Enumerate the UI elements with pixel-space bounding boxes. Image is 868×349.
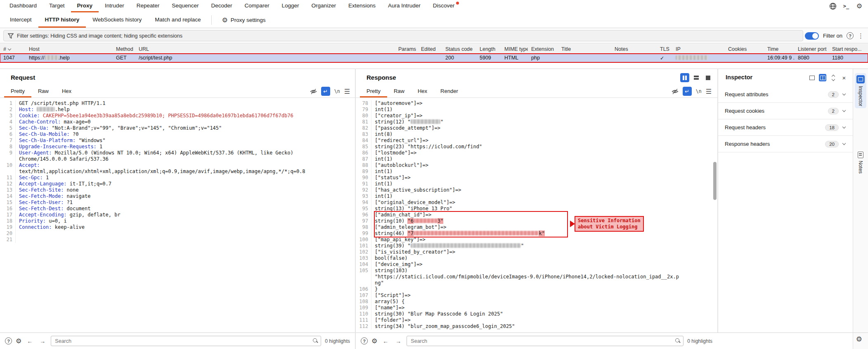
editor-menu-icon[interactable]: ☰ <box>344 88 350 95</box>
column-params[interactable]: Params <box>395 43 418 53</box>
filter-toggle[interactable] <box>805 32 819 40</box>
newline-icon[interactable]: \n <box>334 88 340 94</box>
top-tab-discover[interactable]: Discover <box>427 0 461 12</box>
column-ip[interactable]: IP <box>672 43 725 53</box>
proxy-subtab-intercept[interactable]: Intercept <box>3 12 38 28</box>
close-icon[interactable]: × <box>840 74 848 81</box>
column-notes[interactable]: Notes <box>611 43 657 53</box>
section-label: Request cookies <box>725 108 824 114</box>
code-text: string(10) "63" <box>371 218 443 224</box>
column-edited[interactable]: Edited <box>418 43 442 53</box>
top-tab-dashboard[interactable]: Dashboard <box>3 0 43 12</box>
search-input[interactable] <box>51 336 321 346</box>
response-editor[interactable]: Sensitive Information about Victim Loggi… <box>356 98 717 332</box>
inspector-section-request-attributes[interactable]: Request attributes2 <box>718 86 853 103</box>
word-wrap-button[interactable]: ↵ <box>683 87 692 96</box>
collapse-all-icon[interactable] <box>830 74 837 81</box>
column-host[interactable]: Host <box>26 43 113 53</box>
code-span: ["Script"]=> <box>375 292 411 298</box>
overflow-menu-icon[interactable]: ⋮ <box>858 32 864 40</box>
newline-icon[interactable]: \n <box>696 88 702 94</box>
request-tab-pretty[interactable]: Pretty <box>4 85 31 97</box>
code-span: Sec-Ch-Ua-Mobile: <box>19 131 70 137</box>
layout-columns-button[interactable] <box>680 73 689 82</box>
cell-title <box>558 54 611 62</box>
code-span: Cookie: <box>19 113 40 119</box>
column-length[interactable]: Length <box>476 43 501 53</box>
terminal-icon[interactable]: >_ <box>842 2 850 10</box>
column-start-respo-[interactable]: Start respo... <box>829 43 863 53</box>
split-view-icon[interactable] <box>819 74 826 81</box>
column-title[interactable]: Title <box>558 43 611 53</box>
column--[interactable]: # <box>0 43 26 53</box>
side-tab-inspector[interactable]: Inspector <box>855 73 866 108</box>
side-tab-notes[interactable]: Notes <box>855 150 866 176</box>
proxy-subtab-http-history[interactable]: HTTP history <box>38 12 86 28</box>
word-wrap-button[interactable]: ↵ <box>321 87 330 96</box>
column-method[interactable]: Method <box>113 43 135 53</box>
response-tab-raw[interactable]: Raw <box>387 85 411 97</box>
code-text: array(5) { <box>371 299 404 305</box>
proxy-subtab-websockets-history[interactable]: WebSockets history <box>86 12 148 28</box>
layout-single-button[interactable] <box>703 73 712 82</box>
top-tab-extensions[interactable]: Extensions <box>342 0 382 12</box>
response-tab-pretty[interactable]: Pretty <box>360 85 387 97</box>
filter-settings-bar[interactable]: Filter settings: Hiding CSS and image co… <box>3 30 803 41</box>
column-url[interactable]: URL <box>135 43 395 53</box>
settings-gear-icon[interactable]: ⚙ <box>856 2 863 10</box>
hide-icon[interactable] <box>310 88 317 95</box>
top-tab-aura-intruder[interactable]: Aura Intruder <box>382 0 427 12</box>
inspector-section-request-headers[interactable]: Request headers18 <box>718 119 853 136</box>
top-tab-comparer[interactable]: Comparer <box>239 0 276 12</box>
prev-match-button[interactable]: ← <box>381 337 390 346</box>
column-cookies[interactable]: Cookies <box>725 43 764 53</box>
code-text: ng" <box>371 280 384 286</box>
top-tab-proxy[interactable]: Proxy <box>71 0 99 12</box>
prev-match-button[interactable]: ← <box>25 337 34 346</box>
editor-menu-icon[interactable]: ☰ <box>706 88 712 95</box>
globe-icon[interactable] <box>829 2 837 10</box>
line-number: 80 <box>356 113 371 119</box>
code-span: ["has_active_subscription"]=> <box>375 187 461 193</box>
top-tab-organizer[interactable]: Organizer <box>305 0 342 12</box>
dock-icon[interactable] <box>808 74 816 81</box>
response-tab-render[interactable]: Render <box>434 85 465 97</box>
search-input[interactable] <box>407 336 684 346</box>
layout-rows-button[interactable] <box>692 73 701 82</box>
search-help-icon[interactable]: ? <box>361 337 368 344</box>
request-editor[interactable]: 1GET /script/test.php HTTP/1.12Host: .he… <box>0 98 355 332</box>
column-time[interactable]: Time <box>764 43 795 53</box>
next-match-button[interactable]: → <box>394 337 403 346</box>
next-match-button[interactable]: → <box>38 337 47 346</box>
response-scrollbar[interactable] <box>713 162 717 200</box>
hide-icon[interactable] <box>672 88 679 95</box>
request-tab-raw[interactable]: Raw <box>31 85 55 97</box>
column-listener-port[interactable]: Listener port <box>795 43 829 53</box>
proxy-subtab-match-and-replace[interactable]: Match and replace <box>148 12 207 28</box>
column-label: Start respo... <box>832 46 862 52</box>
settings-gear-icon[interactable]: ⚙ <box>856 336 862 343</box>
top-tab-logger[interactable]: Logger <box>276 0 305 12</box>
column-mime-type[interactable]: MIME type <box>501 43 528 53</box>
code-text: ["creator_ip"]=> <box>371 113 423 119</box>
column-tls[interactable]: TLS <box>657 43 672 53</box>
search-help-icon[interactable]: ? <box>5 337 12 344</box>
request-tab-hex[interactable]: Hex <box>55 85 78 97</box>
inspector-section-response-headers[interactable]: Response headers20 <box>718 136 853 152</box>
search-settings-icon[interactable]: ⚙ <box>16 338 21 344</box>
top-tab-repeater[interactable]: Repeater <box>130 0 166 12</box>
inspector-section-request-cookies[interactable]: Request cookies2 <box>718 103 853 119</box>
column-status-code[interactable]: Status code <box>442 43 476 53</box>
response-tab-hex[interactable]: Hex <box>411 85 434 97</box>
line-number: 93 <box>356 193 371 199</box>
column-extension[interactable]: Extension <box>528 43 558 53</box>
proxy-settings-button[interactable]: ⚙Proxy settings <box>216 12 271 28</box>
response-layout-icons <box>680 73 712 82</box>
top-tab-intruder[interactable]: Intruder <box>99 0 130 12</box>
top-tab-sequencer[interactable]: Sequencer <box>166 0 205 12</box>
history-row-1047[interactable]: 1047https://.helpGET/script/test.php2005… <box>0 54 868 62</box>
top-tab-target[interactable]: Target <box>43 0 71 12</box>
top-tab-decoder[interactable]: Decoder <box>205 0 239 12</box>
help-icon[interactable]: ? <box>847 32 854 39</box>
search-settings-icon[interactable]: ⚙ <box>371 338 377 344</box>
